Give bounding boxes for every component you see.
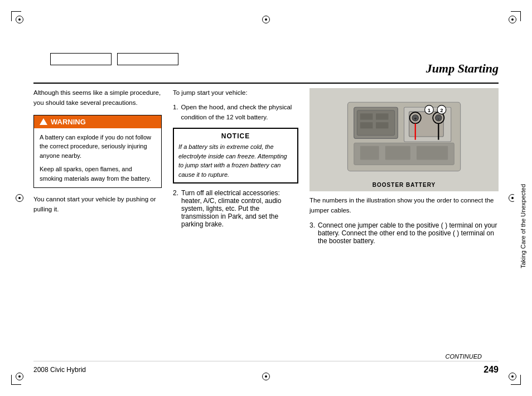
- warning-body: A battery can explode if you do not foll…: [34, 128, 161, 188]
- svg-rect-4: [376, 113, 388, 119]
- step-3-num: 3.: [309, 221, 315, 245]
- step-3-text: Connect one jumper cable to the positive…: [318, 221, 499, 245]
- svg-rect-20: [417, 146, 448, 160]
- tab-box-2[interactable]: [117, 53, 178, 65]
- intro-text: Although this seems like a simple proced…: [33, 88, 162, 108]
- footer-page-num: 249: [483, 365, 499, 375]
- left-column: Although this seems like a simple proced…: [33, 88, 170, 363]
- footer-title: 2008 Civic Hybrid: [33, 366, 86, 374]
- car-image-inner: + - 1 2: [309, 88, 499, 191]
- svg-rect-18: [360, 146, 379, 160]
- cannot-text: You cannot start your vehicle by pushing…: [33, 195, 162, 215]
- step-1: 1. Open the hood, and check the physical…: [173, 103, 298, 123]
- mid-column: To jump start your vehicle: 1. Open the …: [170, 88, 307, 363]
- svg-rect-3: [360, 113, 373, 119]
- booster-label: BOOSTER BATTERY: [373, 182, 436, 188]
- page-title: Jump Starting: [426, 61, 499, 75]
- reg-mark-tr: [509, 16, 516, 23]
- notice-header: NOTICE: [178, 132, 293, 140]
- jump-step-intro: To jump start your vehicle:: [173, 88, 298, 98]
- reg-mark-bl: [16, 373, 23, 380]
- warning-label: WARNING: [51, 118, 86, 126]
- svg-text:1: 1: [428, 108, 431, 113]
- step-2: 2. Turn off all electrical accessories: …: [173, 189, 298, 228]
- main-content: Although this seems like a simple proced…: [33, 88, 499, 363]
- svg-text:+: +: [414, 116, 417, 122]
- warning-triangle-icon: [40, 118, 47, 125]
- page-footer: 2008 Civic Hybrid 249: [33, 361, 499, 375]
- step-1-text: Open the hood, and check the physical co…: [181, 103, 298, 123]
- svg-text:2: 2: [440, 108, 443, 113]
- svg-rect-6: [376, 122, 388, 128]
- jump-steps: To jump start your vehicle: 1. Open the …: [173, 88, 298, 122]
- engine-bay-svg: + - 1 2: [319, 96, 489, 183]
- warning-header: WARNING: [34, 115, 161, 128]
- right-column: + - 1 2: [307, 88, 499, 363]
- car-image-box: + - 1 2: [309, 88, 499, 191]
- svg-text:-: -: [438, 116, 439, 122]
- svg-rect-19: [385, 146, 410, 160]
- warning-box: WARNING A battery can explode if you do …: [33, 115, 162, 189]
- step-2-text: Turn off all electrical accessories: hea…: [181, 189, 298, 228]
- notice-body: If a battery sits in extreme cold, the e…: [178, 142, 293, 179]
- page-title-area: Jump Starting: [426, 61, 499, 76]
- title-rule: [33, 83, 499, 84]
- step-1-num: 1.: [173, 103, 178, 123]
- numbers-text: The numbers in the illustration show you…: [309, 196, 499, 216]
- side-tab-text: Taking Care of the Unexpected: [514, 112, 532, 340]
- reg-left-mid: [16, 194, 23, 202]
- side-tab: Taking Care of the Unexpected: [514, 112, 532, 340]
- warning-text-1: A battery can explode if you do not foll…: [40, 133, 156, 161]
- continued-text: CONTINUED: [446, 353, 482, 360]
- reg-center-top: [262, 16, 270, 23]
- tab-box-1[interactable]: [50, 53, 112, 65]
- warning-text-2: Keep all sparks, open flames, and smokin…: [40, 165, 156, 183]
- step-2-num: 2.: [173, 189, 178, 228]
- reg-mark-br: [509, 373, 516, 380]
- step-3: 3. Connect one jumper cable to the posit…: [309, 221, 499, 245]
- top-tabs: [50, 53, 178, 65]
- reg-mark-tl: [16, 16, 23, 23]
- svg-rect-5: [360, 122, 373, 128]
- notice-box: NOTICE If a battery sits in extreme cold…: [173, 128, 298, 183]
- page: Jump Starting Although this seems like a…: [0, 0, 532, 396]
